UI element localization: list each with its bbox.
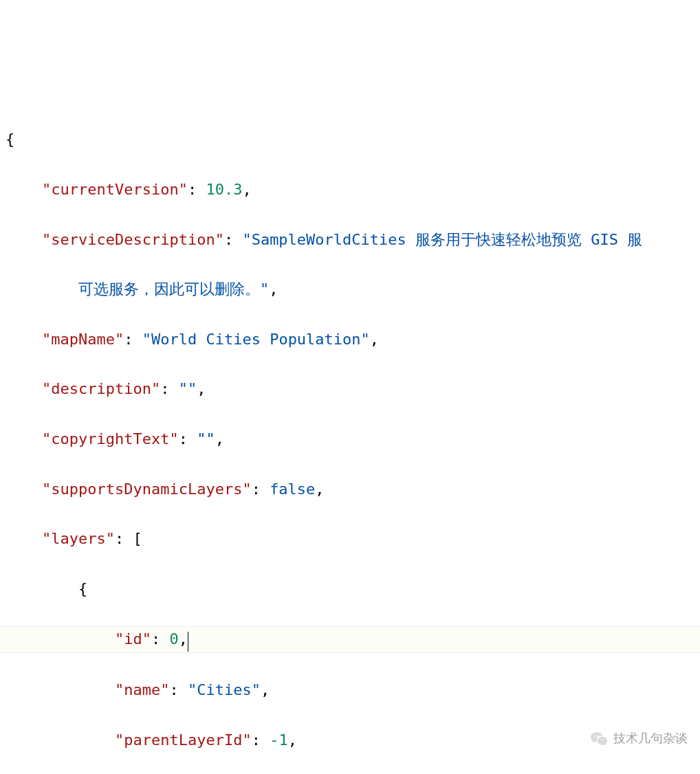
key-name: "name" [115,681,169,698]
key-layers: "layers" [42,530,115,547]
text-cursor [188,632,188,652]
value-serviceDescription-line2: 可选服务，因此可以删除。" [78,280,269,298]
layer0-id: 0 [169,630,178,648]
key-copyrightText: "copyrightText" [42,430,179,447]
key-mapName: "mapName" [42,331,124,348]
watermark: 技术几句杂谈 [590,729,688,749]
layer0-open: { [78,580,87,597]
layer0-name: "Cities" [188,681,261,698]
value-serviceDescription-line1: "SampleWorldCities 服务用于快速轻松地预览 GIS 服 [242,231,642,248]
key-serviceDescription: "serviceDescription" [42,231,224,248]
active-line[interactable]: "id": 0, [0,626,700,652]
value-supportsDynamicLayers: false [270,480,315,498]
brace-open: { [6,131,14,148]
value-copyrightText: "" [197,430,215,447]
value-description: "" [179,380,197,397]
layer0-parent: -1 [270,731,288,749]
value-currentVersion: 10.3 [206,181,242,198]
key-id: "id" [115,630,151,648]
wechat-icon [590,730,608,748]
key-currentVersion: "currentVersion" [42,181,188,198]
key-supportsDynamicLayers: "supportsDynamicLayers" [42,480,252,498]
value-mapName: "World Cities Population" [142,331,370,348]
watermark-label: 技术几句杂谈 [613,729,688,749]
code-editor[interactable]: { "currentVersion": 10.3, "serviceDescri… [0,100,700,774]
key-parentLayerId: "parentLayerId" [115,731,252,749]
key-description: "description" [42,380,160,397]
